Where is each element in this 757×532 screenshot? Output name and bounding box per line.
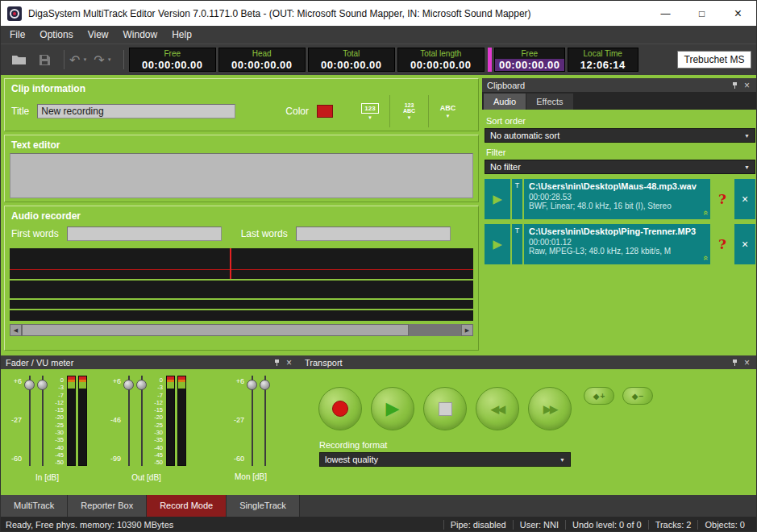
pin-button[interactable] [729,355,741,369]
clip-details[interactable]: C:\Users\nin\Desktop\Ping-Trenner.MP3 00… [524,224,710,264]
window-controls: — □ × [647,1,756,26]
fader-group-label: Out [dB] [106,473,186,482]
mon-fader-right[interactable] [261,376,269,466]
marker-remove-button[interactable]: ◆ − [622,387,653,405]
scrollbar-thumb[interactable] [22,324,409,336]
abc-dropdown[interactable]: ABC ▼ [428,95,467,127]
in-fader-left[interactable] [26,376,34,466]
scrollbar-track[interactable] [22,324,461,336]
pin-button[interactable] [729,78,741,92]
first-words-input[interactable] [67,227,222,241]
open-file-button[interactable] [7,49,30,70]
filter-select[interactable]: No filter ▼ [485,160,755,174]
time-label: Head [219,48,305,59]
remove-clip-button[interactable]: × [734,224,755,264]
minimize-button[interactable]: — [647,1,684,26]
text-editor-area[interactable] [10,153,473,198]
sort-order-value: No automatic sort [490,131,744,140]
play-button[interactable]: ▶ [371,387,414,430]
play-clip-button[interactable]: ▶ [485,224,510,264]
mode-tab-bar: MultiTrack Reporter Box Record Mode Sing… [1,495,756,517]
clip-filename: C:\Users\nin\Desktop\Ping-Trenner.MP3 [529,227,705,236]
scroll-left-button[interactable]: ◀ [10,324,22,336]
fader-mid-label: -27 [234,416,244,424]
out-fader-left[interactable] [125,376,133,466]
undo-button[interactable]: ↶ ▼ [69,52,87,68]
vu-meter-bar [78,376,87,466]
tab-audio[interactable]: Audio [484,94,526,110]
clipboard-header: Clipboard × [482,78,757,92]
toolbar: ↶ ▼ ↷ ▼ Free 00:00:00.00 Head 00:00:00.0… [1,44,756,75]
fader-min-label: -60 [234,455,244,463]
scroll-right-button[interactable]: ▶ [461,324,473,336]
redo-icon: ↷ [94,52,104,68]
fader-knob[interactable] [136,380,147,390]
rewind-button[interactable]: ◀◀ [476,387,519,430]
recording-format-select[interactable]: lowest quality ▼ [319,452,571,467]
maximize-button[interactable]: □ [684,1,720,26]
menu-window[interactable]: Window [116,26,165,44]
collapse-icon[interactable]: « [703,210,709,215]
time-label: Free [495,48,564,59]
time-value: 00:00:00.00 [398,59,484,71]
pin-button[interactable] [271,355,283,369]
menu-file[interactable]: File [2,26,32,44]
panel-title: Clip information [5,79,478,97]
recording-format-label: Recording format [319,440,387,450]
menu-bar: File Options View Window Help [1,26,756,44]
time-label: Local Time [568,48,638,59]
close-panel-button[interactable]: × [741,355,753,369]
save-button[interactable] [33,49,56,70]
fader-knob[interactable] [37,380,48,390]
clip-title-input[interactable] [37,104,235,118]
title-bar: DigaSystem MultiTrack Editor Version 7.0… [1,1,756,26]
sort-order-select[interactable]: No automatic sort ▼ [485,128,755,143]
filter-value: No filter [490,162,744,172]
menu-view[interactable]: View [81,26,116,44]
menu-help[interactable]: Help [164,26,199,44]
collapse-icon[interactable]: « [703,256,709,260]
font-selector[interactable]: Trebuchet MS [677,51,751,69]
color-label: Color [285,106,309,117]
tab-effects[interactable]: Effects [526,94,572,110]
toolbar-separator [123,50,124,69]
fader-panel-header: Fader / VU meter × [1,355,300,369]
transport-panel: Transport × ▶ ◀◀ [300,355,757,495]
fader-knob[interactable] [123,380,134,390]
close-button[interactable]: × [720,1,756,26]
fader-knob[interactable] [247,380,257,390]
numbering-grid-dropdown[interactable]: 123 ▼ [351,95,389,127]
menu-options[interactable]: Options [32,26,80,44]
vu-meter-bar [166,376,175,466]
stop-button[interactable] [423,387,467,430]
record-icon [332,401,348,417]
waveform-scrollbar[interactable]: ◀ ▶ [10,324,473,336]
tab-multitrack[interactable]: MultiTrack [1,495,68,517]
out-fader-right[interactable] [138,376,146,466]
fast-forward-button[interactable]: ▶▶ [528,387,572,430]
missing-file-icon: ? [712,179,733,219]
redo-button[interactable]: ↷ ▼ [94,52,111,68]
fader-knob[interactable] [24,380,35,390]
waveform-track [10,300,473,309]
fader-knob[interactable] [260,380,270,390]
time-label: Total [309,48,394,59]
play-clip-button[interactable]: ▶ [485,179,510,219]
last-words-input[interactable] [296,227,451,241]
fader-min-label: -99 [110,455,121,463]
marker-add-button[interactable]: ◆ + [584,387,614,405]
record-button[interactable] [318,387,362,430]
tab-singletrack[interactable]: SingleTrack [227,495,300,517]
track-indicator: T [512,179,522,219]
tab-reporter-box[interactable]: Reporter Box [68,495,147,517]
waveform-display[interactable] [10,248,473,321]
mon-fader-left[interactable] [248,376,256,466]
tab-record-mode[interactable]: Record Mode [147,495,227,517]
remove-clip-button[interactable]: × [734,179,755,219]
number-abc-dropdown[interactable]: 123 ABC ▼ [389,95,428,127]
close-panel-button[interactable]: × [283,355,295,369]
close-panel-button[interactable]: × [741,78,753,92]
in-fader-right[interactable] [39,376,47,466]
color-swatch-button[interactable] [317,105,333,118]
clip-details[interactable]: C:\Users\nin\Desktop\Maus-48.mp3.wav 00:… [524,179,710,219]
